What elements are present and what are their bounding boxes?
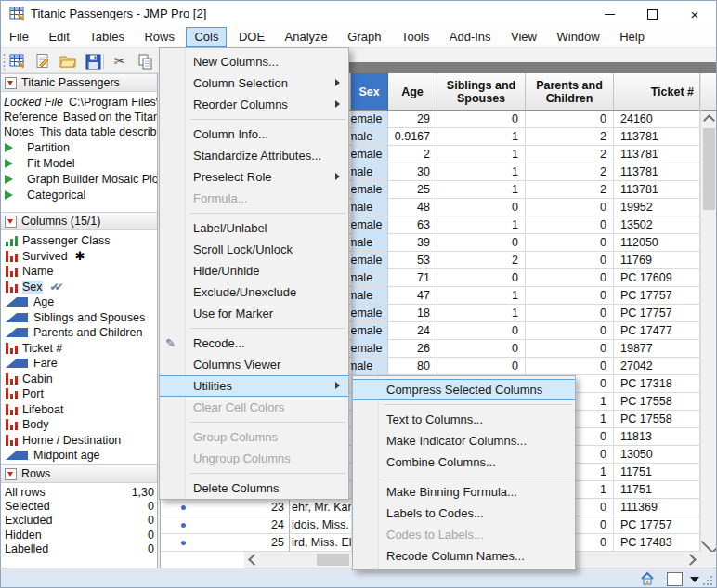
submenu-item[interactable]: Codes to Labels... [353, 524, 575, 545]
modeling-type-icon[interactable] [6, 251, 18, 262]
column-name[interactable]: Port [22, 387, 44, 400]
modeling-type-icon[interactable] [6, 343, 18, 354]
cell-parents[interactable]: 0 [526, 111, 614, 128]
cell-sex[interactable]: male [351, 287, 388, 305]
menubar-item[interactable]: Edit [40, 27, 77, 47]
column-header-siblings[interactable]: Siblings and Spouses [437, 73, 526, 111]
cell-ticket[interactable]: 11769 [614, 252, 700, 269]
new-data-table-icon[interactable] [7, 51, 28, 72]
column-name[interactable]: Cabin [22, 372, 53, 385]
menu-item[interactable]: Group Columns [160, 426, 348, 448]
cell-sex[interactable]: male [351, 358, 388, 375]
cell-siblings[interactable]: 1 [437, 216, 526, 234]
home-icon[interactable] [640, 571, 655, 588]
menu-item[interactable] [160, 209, 348, 217]
run-script-icon[interactable] [5, 190, 21, 200]
menu-item[interactable]: Label/Unlabel [160, 217, 348, 239]
submenu-item[interactable]: Recode Column Names... [353, 545, 575, 567]
cell-age[interactable]: 47 [388, 287, 437, 305]
column-list-item[interactable]: Survived ✱ [1, 249, 157, 265]
cell-ticket[interactable]: PC 17318 [614, 375, 700, 393]
menu-item[interactable]: Hide/Unhide [160, 260, 348, 281]
cell-parents[interactable]: 0 [526, 287, 614, 305]
modeling-type-icon[interactable] [6, 404, 18, 415]
cell-parents[interactable]: 0 [526, 199, 614, 216]
cell-age[interactable]: 0.9167 [388, 128, 437, 146]
submenu-item[interactable]: Labels to Codes... [353, 503, 575, 524]
cell-age[interactable]: 48 [388, 199, 437, 216]
column-list-item[interactable]: Ticket # [1, 341, 157, 357]
column-name[interactable]: Parents and Children [33, 326, 142, 339]
cell-ticket[interactable]: PC 17757 [614, 287, 700, 305]
column-list-item[interactable]: Sex ✔✔ [1, 280, 157, 295]
cell-siblings[interactable]: 0 [437, 358, 526, 375]
table-script-item[interactable]: Graph Builder Mosaic Plo [1, 171, 157, 187]
cell-parents[interactable]: 0 [526, 305, 614, 322]
cell-ticket[interactable]: PC 17757 [614, 516, 700, 534]
modeling-type-icon[interactable] [6, 281, 18, 293]
scroll-down-button[interactable] [701, 536, 716, 552]
cell-ticket[interactable]: PC 17483 [614, 534, 700, 552]
modeling-type-icon[interactable] [6, 451, 28, 460]
row-stat[interactable]: Selected0 [1, 500, 157, 514]
modeling-type-icon[interactable] [6, 235, 18, 246]
menu-item[interactable]: Scroll Lock/Unlock [160, 239, 348, 260]
cell-parents[interactable]: 0 [526, 269, 614, 287]
menubar-item[interactable]: Help [611, 27, 653, 47]
menu-item[interactable]: Use for Marker [160, 303, 348, 324]
menu-item[interactable]: Column Info... [160, 124, 348, 145]
cell-sex[interactable]: male [351, 199, 388, 216]
cell-ticket[interactable]: 24160 [614, 111, 700, 128]
column-list-item[interactable]: Siblings and Spouses [1, 310, 157, 326]
column-header-parents[interactable]: Parents and Children [526, 73, 614, 111]
column-name[interactable]: Siblings and Spouses [33, 311, 145, 324]
cell-ticket[interactable]: 11751 [614, 481, 700, 499]
row-stat[interactable]: Excluded0 [1, 514, 157, 528]
cell-age[interactable]: 18 [388, 305, 437, 322]
menu-item[interactable]: Ungroup Columns [160, 448, 348, 469]
maximize-button[interactable] [631, 1, 673, 27]
menu-item[interactable] [160, 115, 348, 124]
cell-siblings[interactable]: 0 [437, 234, 526, 252]
cell-age[interactable]: 80 [388, 358, 437, 375]
cell-sex[interactable]: female [351, 252, 388, 269]
open-file-icon[interactable] [58, 51, 78, 72]
column-name[interactable]: Ticket # [22, 342, 62, 355]
column-name[interactable]: Midpoint age [33, 449, 100, 462]
column-list-item[interactable]: Age [1, 294, 157, 310]
cell-ticket[interactable]: 19877 [614, 340, 700, 358]
cell-siblings[interactable]: 1 [437, 181, 526, 199]
menu-item[interactable]: Exclude/Unexclude [160, 281, 348, 303]
scroll-up-button[interactable] [701, 111, 716, 126]
scroll-right-button[interactable] [684, 552, 700, 568]
row-stat[interactable]: Labelled0 [1, 542, 157, 556]
run-script-icon[interactable] [5, 143, 21, 152]
cell-siblings[interactable]: 1 [437, 146, 526, 163]
vertical-scrollbar[interactable] [700, 73, 716, 552]
column-list-item[interactable]: Home / Destination [1, 433, 157, 449]
modeling-type-icon[interactable] [6, 435, 18, 446]
cell-sex[interactable]: male [351, 234, 388, 252]
submenu-item[interactable] [353, 473, 575, 481]
cell-ticket[interactable]: 111369 [614, 499, 700, 516]
row-header[interactable]: 23 [161, 499, 290, 516]
cell-ticket[interactable]: 13050 [614, 446, 700, 464]
modeling-type-icon[interactable] [6, 313, 28, 322]
cell-sex[interactable]: female [351, 216, 388, 234]
cell-sex[interactable]: female [351, 305, 388, 322]
marker-swatch[interactable] [667, 572, 683, 586]
menubar-item[interactable]: Window [548, 27, 607, 47]
cell-ticket[interactable]: PC 17757 [614, 305, 700, 322]
column-list-item[interactable]: Name [1, 264, 157, 280]
submenu-item[interactable] [353, 400, 575, 409]
cell-siblings[interactable]: 0 [437, 340, 526, 358]
marker-dropdown-icon[interactable] [690, 577, 699, 582]
cell-parents[interactable]: 2 [526, 163, 614, 181]
cell-age[interactable]: 25 [388, 181, 437, 199]
cell-ticket[interactable]: 113781 [614, 146, 700, 163]
cell-parents[interactable]: 2 [526, 181, 614, 199]
close-button[interactable]: × [673, 1, 716, 27]
column-name[interactable]: Lifeboat [22, 403, 63, 416]
menu-item[interactable]: Standardize Attributes... [160, 145, 348, 166]
cell-age[interactable]: 2 [388, 146, 437, 163]
